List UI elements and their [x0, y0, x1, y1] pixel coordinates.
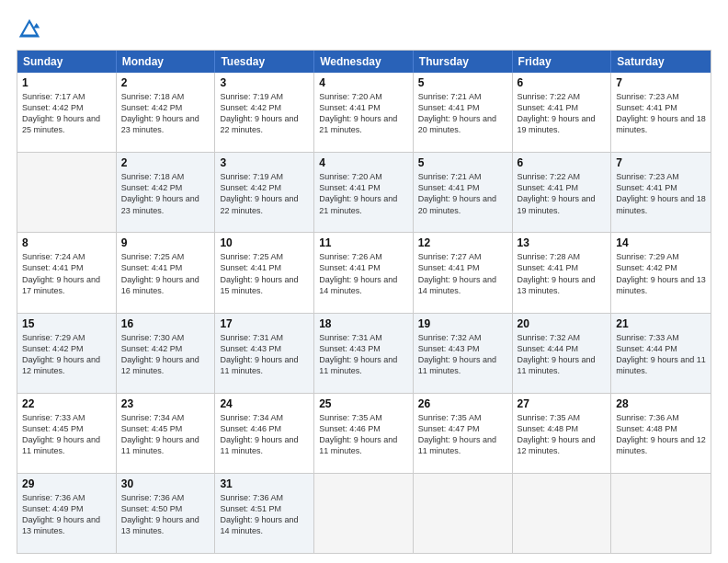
cell-info: Sunrise: 7:36 AMSunset: 4:50 PMDaylight:…: [121, 493, 199, 535]
calendar-row: 15Sunrise: 7:29 AMSunset: 4:42 PMDayligh…: [17, 313, 711, 393]
calendar-row: 8Sunrise: 7:24 AMSunset: 4:41 PMDaylight…: [17, 232, 711, 312]
calendar-cell: 3Sunrise: 7:19 AMSunset: 4:42 PMDaylight…: [215, 153, 314, 232]
cell-info: Sunrise: 7:25 AMSunset: 4:41 PMDaylight:…: [121, 252, 199, 294]
calendar-cell: 28Sunrise: 7:36 AMSunset: 4:48 PMDayligh…: [611, 394, 711, 473]
day-number: 3: [220, 76, 309, 89]
cell-info: Sunrise: 7:30 AMSunset: 4:42 PMDaylight:…: [121, 333, 199, 375]
calendar-cell: 18Sunrise: 7:31 AMSunset: 4:43 PMDayligh…: [314, 314, 414, 393]
calendar-cell: 5Sunrise: 7:21 AMSunset: 4:41 PMDaylight…: [414, 153, 513, 232]
cell-info: Sunrise: 7:20 AMSunset: 4:41 PMDaylight:…: [319, 172, 397, 214]
day-number: 14: [616, 236, 706, 249]
calendar-cell: 3Sunrise: 7:19 AMSunset: 4:42 PMDaylight…: [215, 73, 314, 152]
cell-info: Sunrise: 7:21 AMSunset: 4:41 PMDaylight:…: [418, 172, 496, 214]
calendar-row: 29Sunrise: 7:36 AMSunset: 4:49 PMDayligh…: [17, 473, 711, 553]
calendar-cell: 20Sunrise: 7:32 AMSunset: 4:44 PMDayligh…: [513, 314, 612, 393]
calendar-cell: 7Sunrise: 7:23 AMSunset: 4:41 PMDaylight…: [611, 73, 711, 152]
calendar-cell: [611, 474, 711, 553]
cell-info: Sunrise: 7:36 AMSunset: 4:49 PMDaylight:…: [22, 493, 100, 535]
calendar-cell: [513, 474, 612, 553]
day-number: 23: [121, 397, 210, 410]
header-day-saturday: Saturday: [611, 51, 711, 73]
day-number: 17: [220, 317, 309, 330]
day-number: 24: [220, 397, 309, 410]
day-number: 5: [418, 156, 507, 169]
header-day-tuesday: Tuesday: [215, 51, 314, 73]
calendar-cell: 15Sunrise: 7:29 AMSunset: 4:42 PMDayligh…: [17, 314, 117, 393]
day-number: 8: [22, 236, 111, 249]
calendar-cell: 17Sunrise: 7:31 AMSunset: 4:43 PMDayligh…: [215, 314, 314, 393]
day-number: 4: [319, 156, 408, 169]
calendar-cell: 1Sunrise: 7:17 AMSunset: 4:42 PMDaylight…: [17, 73, 117, 152]
day-number: 1: [22, 76, 111, 89]
calendar-row: 22Sunrise: 7:33 AMSunset: 4:45 PMDayligh…: [17, 393, 711, 473]
calendar-cell: 4Sunrise: 7:20 AMSunset: 4:41 PMDaylight…: [314, 153, 414, 232]
cell-info: Sunrise: 7:34 AMSunset: 4:45 PMDaylight:…: [121, 413, 199, 455]
calendar-cell: 5Sunrise: 7:21 AMSunset: 4:41 PMDaylight…: [414, 73, 513, 152]
cell-info: Sunrise: 7:33 AMSunset: 4:44 PMDaylight:…: [616, 333, 706, 375]
day-number: 15: [22, 317, 111, 330]
cell-info: Sunrise: 7:19 AMSunset: 4:42 PMDaylight:…: [220, 172, 298, 214]
cell-info: Sunrise: 7:20 AMSunset: 4:41 PMDaylight:…: [319, 92, 397, 134]
logo-icon: [17, 17, 42, 42]
cell-info: Sunrise: 7:28 AMSunset: 4:41 PMDaylight:…: [518, 252, 596, 294]
day-number: 16: [121, 317, 210, 330]
day-number: 6: [518, 156, 607, 169]
calendar-cell: 14Sunrise: 7:29 AMSunset: 4:42 PMDayligh…: [611, 233, 711, 312]
logo: [17, 17, 46, 42]
day-number: 3: [220, 156, 309, 169]
day-number: 7: [616, 156, 706, 169]
header-day-sunday: Sunday: [17, 51, 117, 73]
cell-info: Sunrise: 7:32 AMSunset: 4:44 PMDaylight:…: [518, 333, 596, 375]
cell-info: Sunrise: 7:27 AMSunset: 4:41 PMDaylight:…: [418, 252, 496, 294]
calendar-cell: 23Sunrise: 7:34 AMSunset: 4:45 PMDayligh…: [117, 394, 216, 473]
day-number: 12: [418, 236, 507, 249]
day-number: 20: [518, 317, 607, 330]
calendar-body: 1Sunrise: 7:17 AMSunset: 4:42 PMDaylight…: [17, 73, 711, 553]
day-number: 28: [616, 397, 706, 410]
calendar-cell: 7Sunrise: 7:23 AMSunset: 4:41 PMDaylight…: [611, 153, 711, 232]
cell-info: Sunrise: 7:31 AMSunset: 4:43 PMDaylight:…: [319, 333, 397, 375]
calendar-cell: 13Sunrise: 7:28 AMSunset: 4:41 PMDayligh…: [513, 233, 612, 312]
calendar-cell: 31Sunrise: 7:36 AMSunset: 4:51 PMDayligh…: [215, 474, 314, 553]
cell-info: Sunrise: 7:25 AMSunset: 4:41 PMDaylight:…: [220, 252, 298, 294]
calendar-cell: 16Sunrise: 7:30 AMSunset: 4:42 PMDayligh…: [117, 314, 216, 393]
cell-info: Sunrise: 7:32 AMSunset: 4:43 PMDaylight:…: [418, 333, 496, 375]
page: SundayMondayTuesdayWednesdayThursdayFrid…: [0, 0, 728, 563]
cell-info: Sunrise: 7:29 AMSunset: 4:42 PMDaylight:…: [22, 333, 100, 375]
calendar-row: 2Sunrise: 7:18 AMSunset: 4:42 PMDaylight…: [17, 152, 711, 232]
cell-info: Sunrise: 7:23 AMSunset: 4:41 PMDaylight:…: [616, 92, 706, 134]
calendar-cell: 25Sunrise: 7:35 AMSunset: 4:46 PMDayligh…: [314, 394, 414, 473]
cell-info: Sunrise: 7:33 AMSunset: 4:45 PMDaylight:…: [22, 413, 100, 455]
day-number: 19: [418, 317, 507, 330]
calendar-cell: 26Sunrise: 7:35 AMSunset: 4:47 PMDayligh…: [414, 394, 513, 473]
calendar-cell: [414, 474, 513, 553]
header: [17, 17, 711, 42]
cell-info: Sunrise: 7:36 AMSunset: 4:51 PMDaylight:…: [220, 493, 298, 535]
calendar-cell: 4Sunrise: 7:20 AMSunset: 4:41 PMDaylight…: [314, 73, 414, 152]
calendar-cell: 29Sunrise: 7:36 AMSunset: 4:49 PMDayligh…: [17, 474, 117, 553]
cell-info: Sunrise: 7:29 AMSunset: 4:42 PMDaylight:…: [616, 252, 706, 294]
calendar-header: SundayMondayTuesdayWednesdayThursdayFrid…: [17, 51, 711, 73]
calendar-cell: [314, 474, 414, 553]
cell-info: Sunrise: 7:18 AMSunset: 4:42 PMDaylight:…: [121, 172, 199, 214]
cell-info: Sunrise: 7:35 AMSunset: 4:48 PMDaylight:…: [518, 413, 596, 455]
cell-info: Sunrise: 7:19 AMSunset: 4:42 PMDaylight:…: [220, 92, 298, 134]
calendar-cell: 21Sunrise: 7:33 AMSunset: 4:44 PMDayligh…: [611, 314, 711, 393]
cell-info: Sunrise: 7:35 AMSunset: 4:47 PMDaylight:…: [418, 413, 496, 455]
calendar-cell: 9Sunrise: 7:25 AMSunset: 4:41 PMDaylight…: [117, 233, 216, 312]
day-number: 22: [22, 397, 111, 410]
day-number: 6: [518, 76, 607, 89]
cell-info: Sunrise: 7:17 AMSunset: 4:42 PMDaylight:…: [22, 92, 100, 134]
cell-info: Sunrise: 7:18 AMSunset: 4:42 PMDaylight:…: [121, 92, 199, 134]
calendar-cell: 19Sunrise: 7:32 AMSunset: 4:43 PMDayligh…: [414, 314, 513, 393]
day-number: 27: [518, 397, 607, 410]
header-day-thursday: Thursday: [414, 51, 513, 73]
day-number: 18: [319, 317, 408, 330]
day-number: 13: [518, 236, 607, 249]
day-number: 5: [418, 76, 507, 89]
calendar-cell: 30Sunrise: 7:36 AMSunset: 4:50 PMDayligh…: [117, 474, 216, 553]
day-number: 26: [418, 397, 507, 410]
header-day-friday: Friday: [513, 51, 612, 73]
cell-info: Sunrise: 7:21 AMSunset: 4:41 PMDaylight:…: [418, 92, 496, 134]
cell-info: Sunrise: 7:34 AMSunset: 4:46 PMDaylight:…: [220, 413, 298, 455]
